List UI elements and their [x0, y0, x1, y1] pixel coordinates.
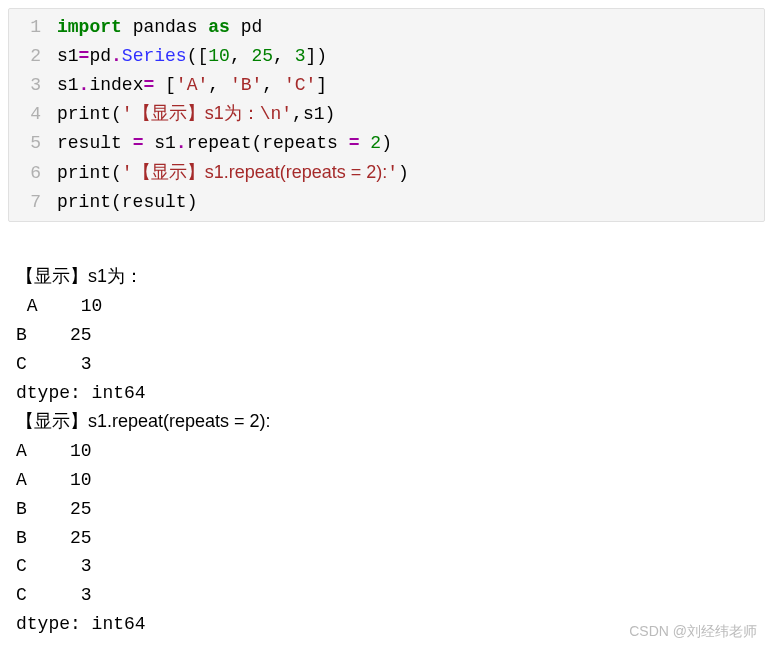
- output-block: 【显示】s1为： A 10 B 25 C 3 dtype: int64 【显示】…: [8, 230, 765, 643]
- output-line: C 3: [16, 585, 92, 605]
- watermark: CSDN @刘经纬老师: [629, 620, 757, 642]
- output-line: C 3: [16, 556, 92, 576]
- line-number: 2: [13, 42, 57, 71]
- line-number: 6: [13, 159, 57, 188]
- line-number: 1: [13, 13, 57, 42]
- output-line: B 25: [16, 325, 92, 345]
- line-number: 5: [13, 129, 57, 158]
- code-content: import pandas as pd: [57, 13, 262, 42]
- output-line: B 25: [16, 528, 92, 548]
- code-line: 5result = s1.repeat(repeats = 2): [9, 129, 764, 158]
- output-line: A 10: [16, 296, 102, 316]
- code-line: 3s1.index= ['A', 'B', 'C']: [9, 71, 764, 100]
- line-number: 7: [13, 188, 57, 217]
- code-line: 2s1=pd.Series([10, 25, 3]): [9, 42, 764, 71]
- output-line: A 10: [16, 441, 92, 461]
- code-line: 4print('【显示】s1为：\n',s1): [9, 99, 764, 129]
- output-line: 【显示】s1为：: [16, 266, 143, 286]
- code-content: print('【显示】s1.repeat(repeats = 2):'): [57, 158, 409, 188]
- output-line: C 3: [16, 354, 92, 374]
- line-number: 3: [13, 71, 57, 100]
- output-line: A 10: [16, 470, 92, 490]
- line-number: 4: [13, 100, 57, 129]
- output-line: dtype: int64: [16, 383, 146, 403]
- code-content: print(result): [57, 188, 197, 217]
- code-content: result = s1.repeat(repeats = 2): [57, 129, 392, 158]
- code-line: 7print(result): [9, 188, 764, 217]
- code-content: s1=pd.Series([10, 25, 3]): [57, 42, 327, 71]
- code-content: s1.index= ['A', 'B', 'C']: [57, 71, 327, 100]
- code-content: print('【显示】s1为：\n',s1): [57, 99, 335, 129]
- code-line: 1import pandas as pd: [9, 13, 764, 42]
- code-block: 1import pandas as pd2s1=pd.Series([10, 2…: [8, 8, 765, 222]
- code-line: 6print('【显示】s1.repeat(repeats = 2):'): [9, 158, 764, 188]
- output-line: B 25: [16, 499, 92, 519]
- output-line: 【显示】s1.repeat(repeats = 2):: [16, 411, 271, 431]
- output-line: dtype: int64: [16, 614, 146, 634]
